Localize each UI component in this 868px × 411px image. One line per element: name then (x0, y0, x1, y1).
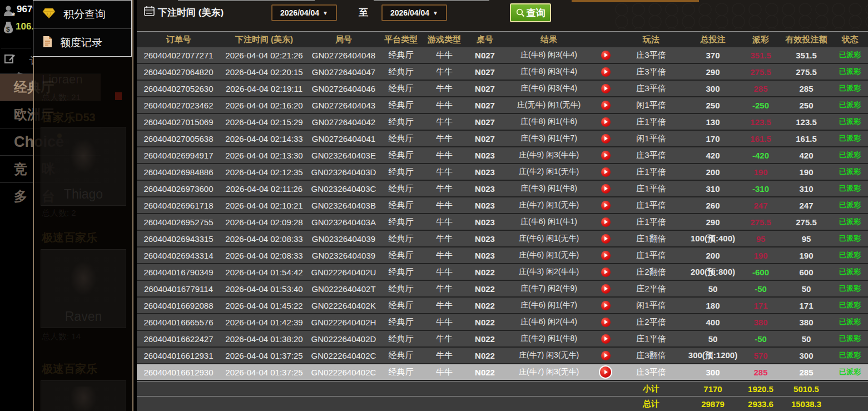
cell-valid-bet: 171 (781, 298, 832, 313)
play-replay-button[interactable] (601, 184, 611, 194)
cell-valid-bet: 285 (781, 81, 832, 96)
table-row[interactable]: 2604040270056382026-04-04 02:14:33GN0272… (137, 131, 868, 147)
cell-bet-time: 2026-04-04 01:53:40 (220, 281, 308, 296)
table-row[interactable]: 2604040166224272026-04-04 01:38:20GN0222… (137, 331, 868, 348)
table-row[interactable]: 2604040270234622026-04-04 02:16:20GN0272… (137, 97, 868, 114)
search-button[interactable]: 查询 (510, 3, 551, 22)
edit-icon[interactable] (4, 53, 16, 65)
play-replay-button[interactable] (601, 101, 611, 110)
cell-platform-type: 经典厅 (379, 114, 423, 130)
menu-item-1[interactable]: 额度记录 (33, 28, 131, 56)
play-replay-button[interactable] (601, 51, 611, 60)
play-replay-button[interactable] (601, 251, 611, 260)
cell-valid-bet: 300 (781, 348, 832, 363)
play-replay-button[interactable] (601, 67, 611, 77)
cell-table-number: N027 (466, 97, 504, 113)
cell-play-type: 庄3平倍 (617, 81, 685, 96)
table-row[interactable]: 2604040166655762026-04-04 01:42:39GN0222… (137, 314, 868, 331)
play-replay-button[interactable] (601, 334, 611, 344)
play-replay-button[interactable] (601, 84, 611, 93)
cell-total-bet: 180 (685, 298, 741, 313)
play-replay-button[interactable] (601, 217, 611, 227)
cell-game-type: 牛牛 (423, 64, 466, 80)
play-replay-button[interactable] (601, 301, 611, 310)
cell-game-type: 牛牛 (423, 114, 466, 130)
cell-round-number: GN02726404048 (308, 47, 379, 63)
date-to-picker[interactable]: 2026/04/04 ▼ (381, 4, 447, 21)
play-replay-button[interactable] (601, 318, 611, 327)
cell-round-number: GN02726404046 (308, 81, 379, 96)
cell-bet-time: 2026-04-04 02:12:35 (220, 164, 308, 180)
cell-replay (594, 231, 617, 246)
table-row[interactable]: 2604040270648202026-04-04 02:20:15GN0272… (137, 64, 868, 81)
cell-result: 庄(牛7) 闲2(牛9) (504, 281, 594, 296)
cell-platform-type: 经典厅 (379, 247, 423, 263)
table-row[interactable]: 2604040270526302026-04-04 02:19:11GN0272… (137, 81, 868, 97)
cell-platform-type: 经典厅 (379, 131, 423, 146)
cell-table-number: N022 (466, 281, 504, 296)
table-header-row: 订单号下注时间 (美东)局号平台类型游戏类型桌号结果玩法总投注派彩有效投注额状态 (137, 31, 868, 47)
cell-game-type: 牛牛 (423, 47, 466, 63)
cell-bet-time: 2026-04-04 02:08:33 (220, 247, 308, 263)
play-replay-button[interactable] (601, 167, 611, 177)
cell-bet-time: 2026-04-04 01:45:22 (220, 298, 308, 313)
table-row[interactable]: 2604040269617182026-04-04 02:10:21GN0232… (137, 197, 868, 214)
cell-payout: -600 (741, 264, 781, 280)
cell-round-number: GN0222640402D (308, 331, 379, 346)
table-row[interactable]: 2604040270150692026-04-04 02:15:29GN0272… (137, 114, 868, 131)
summary-status-spacer (832, 397, 868, 411)
cell-payout: -420 (741, 147, 781, 163)
cell-valid-bet: 123.5 (781, 114, 832, 130)
table-row[interactable]: 2604040166129312026-04-04 01:37:25GN0222… (137, 348, 868, 364)
cell-platform-type: 经典厅 (379, 147, 423, 163)
play-replay-button[interactable] (600, 367, 611, 378)
cell-bet-time: 2026-04-04 02:14:33 (220, 131, 308, 146)
play-replay-button[interactable] (601, 284, 611, 294)
document-icon (42, 36, 52, 50)
cell-round-number: GN0222640402H (308, 314, 379, 330)
play-replay-button[interactable] (601, 234, 611, 244)
cell-game-type: 牛牛 (423, 164, 466, 180)
cell-valid-bet: 600 (781, 264, 832, 280)
cell-round-number: GN02326404039 (308, 231, 379, 246)
table-row[interactable]: 2604040166920882026-04-04 01:45:22GN0222… (137, 298, 868, 314)
table-row[interactable]: 2604040167791142026-04-04 01:53:40GN0222… (137, 281, 868, 298)
cell-bet-time: 2026-04-04 01:38:20 (220, 331, 308, 346)
play-replay-button[interactable] (601, 268, 611, 277)
menu-item-0[interactable]: 积分查询 (33, 1, 131, 28)
play-replay-button[interactable] (601, 351, 611, 360)
cell-play-type: 庄1平倍 (617, 114, 685, 130)
table-row[interactable]: 2604040269433152026-04-04 02:08:33GN0232… (137, 231, 868, 247)
play-replay-button[interactable] (601, 201, 611, 210)
cell-bet-time: 2026-04-04 02:19:11 (220, 81, 308, 96)
cell-game-type: 牛牛 (423, 298, 466, 313)
table-row[interactable]: 2604040166129302026-04-04 01:37:25GN0222… (137, 364, 868, 381)
play-replay-button[interactable] (601, 117, 611, 127)
magnifier-icon (516, 8, 525, 17)
table-row[interactable]: 2604040269848862026-04-04 02:12:35GN0232… (137, 164, 868, 181)
cell-play-type: 庄1平倍 (617, 164, 685, 180)
table-row[interactable]: 2604040269527552026-04-04 02:09:28GN0232… (137, 214, 868, 231)
cell-replay (594, 97, 617, 113)
play-replay-button[interactable] (601, 151, 611, 160)
table-row[interactable]: 2604040167903492026-04-04 01:54:42GN0222… (137, 264, 868, 281)
cell-replay (594, 81, 617, 96)
date-from-picker[interactable]: 2026/04/04 ▼ (271, 4, 337, 21)
cell-valid-bet: 50 (781, 281, 832, 296)
lobby-status-badge (115, 92, 122, 100)
cell-order-number: 260404026943315 (137, 231, 220, 246)
table-row[interactable]: 2604040270772712026-04-04 02:21:26GN0272… (137, 47, 868, 64)
lobby-dealer-card (41, 380, 126, 411)
cell-round-number: GN0232640403A (308, 214, 379, 230)
table-row[interactable]: 2604040269736002026-04-04 02:11:26GN0232… (137, 181, 868, 197)
cell-order-number: 260404016790349 (137, 264, 220, 280)
play-replay-button[interactable] (601, 134, 611, 143)
table-row[interactable]: 2604040269949172026-04-04 02:13:30GN0232… (137, 147, 868, 164)
table-row[interactable]: 2604040269433142026-04-04 02:08:33GN0232… (137, 247, 868, 264)
cell-order-number: 260404026994917 (137, 147, 220, 163)
cell-order-number: 260404027005638 (137, 131, 220, 146)
cell-payout: 285 (741, 364, 781, 380)
cell-platform-type: 经典厅 (379, 47, 423, 63)
cell-play-type: 庄3平倍 (617, 147, 685, 163)
cell-game-type: 牛牛 (423, 181, 466, 196)
